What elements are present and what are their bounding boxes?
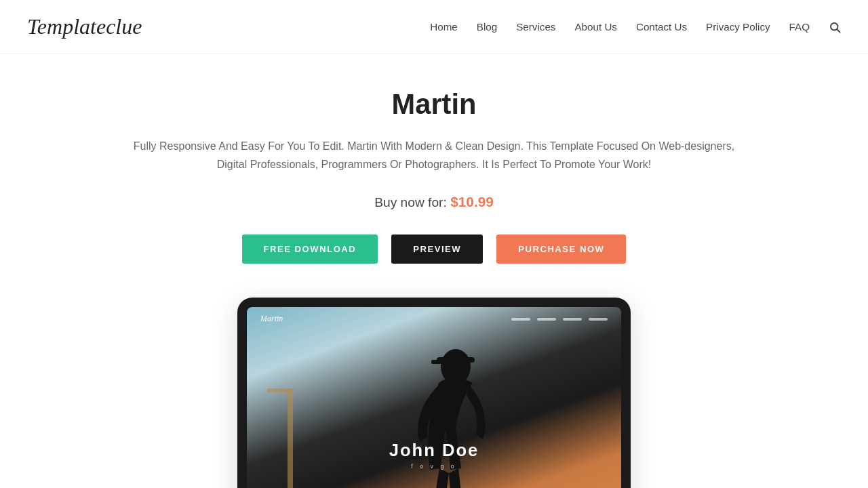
mock-nav-link-3 bbox=[563, 318, 582, 321]
nav-faq[interactable]: FAQ bbox=[789, 21, 810, 33]
nav-blog[interactable]: Blog bbox=[477, 21, 497, 33]
main-content: Martin Fully Responsive And Easy For You… bbox=[61, 54, 807, 488]
mock-nav-link-2 bbox=[537, 318, 556, 321]
free-download-button[interactable]: FREE DOWNLOAD bbox=[242, 235, 378, 264]
purchase-button[interactable]: PURCHASE NOW bbox=[496, 235, 626, 264]
logo[interactable]: Templateclue bbox=[27, 14, 142, 39]
mock-navbar: Martin bbox=[247, 307, 621, 331]
search-button[interactable] bbox=[829, 21, 841, 33]
nav-contact[interactable]: Contact Us bbox=[636, 21, 687, 33]
price-label: Buy now for: bbox=[374, 195, 447, 209]
street-lamp bbox=[288, 388, 293, 488]
page-title: Martin bbox=[75, 88, 793, 121]
svg-rect-3 bbox=[437, 357, 475, 363]
device-screen: Martin bbox=[247, 307, 621, 488]
john-doe-name: John Doe bbox=[389, 441, 479, 460]
mock-logo: Martin bbox=[260, 314, 283, 324]
mock-nav-link-1 bbox=[511, 318, 530, 321]
nav-services[interactable]: Services bbox=[516, 21, 555, 33]
site-header: Templateclue Home Blog Services About Us… bbox=[0, 0, 868, 54]
mock-nav-links bbox=[511, 318, 608, 321]
nav-privacy[interactable]: Privacy Policy bbox=[706, 21, 770, 33]
search-icon bbox=[829, 21, 841, 33]
john-doe-overlay: John Doe f o v g o bbox=[389, 441, 479, 470]
action-buttons: FREE DOWNLOAD PREVIEW PURCHASE NOW bbox=[75, 235, 793, 264]
svg-line-1 bbox=[837, 29, 840, 32]
svg-rect-4 bbox=[431, 360, 442, 364]
price-line: Buy now for: $10.99 bbox=[75, 194, 793, 210]
nav-home[interactable]: Home bbox=[430, 21, 458, 33]
nav-about[interactable]: About Us bbox=[574, 21, 616, 33]
john-doe-subtitle: f o v g o bbox=[389, 463, 479, 470]
page-description: Fully Responsive And Easy For You To Edi… bbox=[129, 137, 739, 174]
price-amount: $10.99 bbox=[450, 194, 494, 209]
mock-nav-link-4 bbox=[589, 318, 608, 321]
device-preview: Martin bbox=[75, 298, 793, 488]
preview-button[interactable]: PREVIEW bbox=[391, 235, 483, 264]
laptop-mockup: Martin bbox=[237, 298, 631, 488]
main-nav: Home Blog Services About Us Contact Us P… bbox=[430, 21, 841, 33]
